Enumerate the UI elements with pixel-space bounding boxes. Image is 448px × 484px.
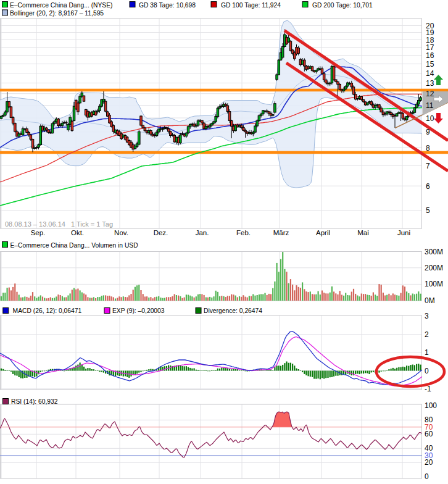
svg-text:15: 15 bbox=[426, 60, 434, 69]
svg-text:3: 3 bbox=[425, 312, 429, 320]
svg-text:100M: 100M bbox=[425, 280, 443, 288]
svg-text:GD 100 Tage: 11,924: GD 100 Tage: 11,924 bbox=[221, 2, 281, 9]
svg-text:April: April bbox=[316, 229, 330, 236]
svg-text:Nov.: Nov. bbox=[114, 229, 128, 236]
svg-text:13: 13 bbox=[426, 79, 434, 88]
svg-text:14: 14 bbox=[426, 69, 434, 78]
svg-text:GD 200 Tage: 10,701: GD 200 Tage: 10,701 bbox=[312, 2, 373, 9]
svg-text:10: 10 bbox=[426, 114, 434, 123]
svg-text:8: 8 bbox=[426, 144, 430, 152]
svg-text:08.08.13 – 13.06.14 1 Tick =: 08.08.13 – 13.06.14 1 Tick = 1 Tag bbox=[5, 220, 113, 228]
svg-text:GD 38 Tage: 10,698: GD 38 Tage: 10,698 bbox=[139, 2, 196, 9]
svg-text:März: März bbox=[273, 229, 289, 236]
svg-text:0: 0 bbox=[425, 472, 429, 481]
svg-text:300M: 300M bbox=[425, 248, 443, 256]
svg-text:Mai: Mai bbox=[357, 229, 369, 236]
svg-text:7: 7 bbox=[426, 162, 430, 170]
svg-text:20: 20 bbox=[426, 22, 434, 30]
svg-text:16: 16 bbox=[426, 51, 434, 60]
svg-text:E–Commerce China Dang... Volum: E–Commerce China Dang... Volumen in USD bbox=[10, 242, 138, 249]
svg-text:60: 60 bbox=[425, 430, 433, 438]
svg-text:-1: -1 bbox=[425, 385, 431, 393]
svg-text:Juni: Juni bbox=[397, 229, 410, 236]
svg-text:Dez.: Dez. bbox=[154, 229, 168, 236]
svg-text:RSI (14): 60,932: RSI (14): 60,932 bbox=[11, 398, 58, 405]
svg-text:9: 9 bbox=[426, 128, 430, 136]
svg-text:0M: 0M bbox=[425, 296, 435, 305]
svg-text:20: 20 bbox=[425, 458, 433, 467]
svg-text:11: 11 bbox=[426, 101, 434, 110]
svg-text:Divergence: 0,26474: Divergence: 0,26474 bbox=[204, 307, 262, 314]
svg-text:0: 0 bbox=[425, 367, 429, 375]
svg-text:Feb.: Feb. bbox=[236, 229, 251, 236]
svg-text:5: 5 bbox=[426, 206, 430, 215]
svg-text:Sep.: Sep. bbox=[31, 229, 46, 236]
svg-text:2: 2 bbox=[425, 330, 429, 339]
svg-text:MACD (26, 12): 0,06471: MACD (26, 12): 0,06471 bbox=[13, 307, 82, 314]
svg-text:EXP (9): –0,20003: EXP (9): –0,20003 bbox=[112, 307, 165, 314]
svg-text:200M: 200M bbox=[425, 264, 443, 272]
svg-text:17: 17 bbox=[426, 43, 434, 52]
svg-text:E–Commerce China Dang... (NYSE: E–Commerce China Dang... (NYSE) bbox=[10, 2, 113, 9]
svg-text:Bollinger (20, 2): 8,9167 – 11: Bollinger (20, 2): 8,9167 – 11,595 bbox=[10, 10, 104, 17]
svg-text:Okt.: Okt. bbox=[71, 229, 84, 236]
svg-text:6: 6 bbox=[426, 182, 430, 191]
svg-text:1: 1 bbox=[425, 348, 429, 357]
svg-text:Jan.: Jan. bbox=[196, 229, 209, 236]
svg-text:100: 100 bbox=[425, 401, 437, 410]
svg-text:12: 12 bbox=[426, 90, 434, 98]
